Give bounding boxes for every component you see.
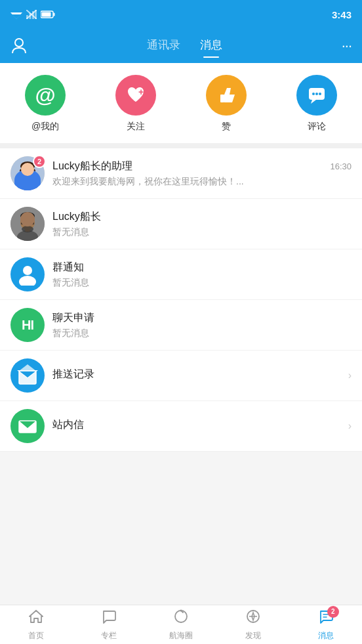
battery-icon bbox=[41, 11, 55, 18]
user-avatar-icon bbox=[10, 36, 28, 53]
svg-point-36 bbox=[19, 276, 36, 286]
svg-point-34 bbox=[22, 226, 33, 232]
user-icon[interactable] bbox=[10, 36, 28, 56]
follow-icon-circle: + bbox=[115, 75, 156, 116]
message-name-chat-request: 聊天申请 bbox=[52, 311, 94, 325]
at-me-label: @我的 bbox=[31, 121, 59, 133]
avatar-wrap-push-records bbox=[10, 358, 45, 393]
svg-text:+: + bbox=[138, 87, 144, 97]
nav-label-home: 首页 bbox=[28, 630, 44, 641]
svg-rect-22 bbox=[25, 176, 30, 181]
svg-marker-16 bbox=[311, 100, 316, 104]
avatar-chat-request: HI bbox=[10, 308, 45, 342]
quick-action-follow[interactable]: + 关注 bbox=[115, 75, 156, 133]
message-header-push-records: 推送记录 bbox=[52, 368, 343, 381]
tab-messages[interactable]: 消息 bbox=[200, 37, 222, 55]
svg-point-25 bbox=[20, 167, 35, 174]
avatar-internal-mail bbox=[10, 409, 45, 443]
message-header-lucky-captain: Lucky船长 bbox=[52, 210, 352, 224]
quick-action-like[interactable]: 赞 bbox=[206, 75, 247, 133]
heart-plus-icon: + bbox=[125, 86, 146, 104]
nav-item-discover[interactable]: 发现 bbox=[217, 605, 289, 644]
message-name-lucky-captain: Lucky船长 bbox=[52, 210, 101, 224]
nav-label-discover: 发现 bbox=[245, 630, 261, 641]
svg-point-47 bbox=[180, 609, 182, 611]
message-content-lucky-assistant: Lucky船长的助理 16:30 欢迎来到我要航海网，祝你在这里玩得愉快！... bbox=[52, 160, 352, 188]
avatar-wrap-chat-request: HI bbox=[10, 308, 45, 342]
header: 通讯录 消息 ··· bbox=[0, 29, 362, 63]
message-item-lucky-captain[interactable]: Lucky船长 暂无消息 bbox=[0, 199, 362, 249]
compass-svg-icon bbox=[245, 609, 261, 624]
nav-item-messages[interactable]: 2 消息 bbox=[290, 605, 362, 644]
comment-bubble-icon bbox=[306, 84, 328, 106]
svg-rect-14 bbox=[220, 95, 224, 102]
quick-action-at-me[interactable]: @ @我的 bbox=[25, 75, 66, 133]
message-preview-lucky-assistant: 欢迎来到我要航海网，祝你在这里玩得愉快！... bbox=[52, 176, 352, 188]
nav-label-nav-circle: 航海圈 bbox=[169, 630, 193, 641]
svg-point-30 bbox=[20, 212, 35, 220]
nav-item-nav-circle[interactable]: 航海圈 bbox=[145, 605, 217, 644]
message-preview-chat-request: 暂无消息 bbox=[52, 328, 352, 339]
message-item-internal-mail[interactable]: 站内信 › bbox=[0, 401, 362, 452]
message-name-push-records: 推送记录 bbox=[52, 368, 94, 381]
avatar-wrap-lucky-assistant: 2 bbox=[10, 156, 45, 190]
message-content-lucky-captain: Lucky船长 暂无消息 bbox=[52, 210, 352, 238]
push-records-chevron: › bbox=[348, 370, 352, 381]
avatar-image-captain bbox=[10, 207, 45, 241]
svg-point-21 bbox=[17, 177, 38, 190]
svg-point-19 bbox=[319, 93, 321, 95]
svg-rect-10 bbox=[54, 13, 55, 16]
svg-point-35 bbox=[23, 266, 32, 275]
tab-contacts[interactable]: 通讯录 bbox=[147, 37, 180, 55]
message-item-lucky-assistant[interactable]: 2 Lucky船长的助理 16:30 欢迎来到我要航海网，祝你在这里玩得愉快！.… bbox=[0, 148, 362, 199]
message-content-internal-mail: 站内信 bbox=[52, 418, 343, 435]
discover-icon bbox=[245, 609, 261, 628]
svg-point-46 bbox=[175, 611, 187, 622]
more-options-button[interactable]: ··· bbox=[342, 37, 352, 54]
wifi-icon bbox=[10, 10, 22, 19]
avatar-push-records bbox=[10, 358, 45, 393]
message-item-group-notice[interactable]: 群通知 暂无消息 bbox=[0, 249, 362, 300]
message-header-lucky-assistant: Lucky船长的助理 16:30 bbox=[52, 160, 352, 173]
home-svg-icon bbox=[28, 609, 44, 624]
quick-action-comment[interactable]: 评论 bbox=[296, 75, 337, 133]
message-preview-group-notice: 暂无消息 bbox=[52, 277, 352, 289]
message-content-chat-request: 聊天申请 暂无消息 bbox=[52, 311, 352, 339]
svg-point-12 bbox=[15, 39, 23, 47]
svg-point-18 bbox=[315, 93, 318, 95]
message-name-lucky-assistant: Lucky船长的助理 bbox=[52, 160, 132, 173]
message-time-lucky-assistant: 16:30 bbox=[330, 161, 352, 171]
message-item-push-records[interactable]: 推送记录 › bbox=[0, 351, 362, 401]
nav-item-home[interactable]: 首页 bbox=[0, 605, 72, 644]
message-name-group-notice: 群通知 bbox=[52, 261, 84, 274]
messages-nav-badge: 2 bbox=[327, 606, 339, 618]
nav-tabs: 通讯录 消息 bbox=[28, 37, 342, 55]
at-me-icon-circle: @ bbox=[25, 75, 66, 116]
message-content-group-notice: 群通知 暂无消息 bbox=[52, 261, 352, 289]
message-header-chat-request: 聊天申请 bbox=[52, 311, 352, 325]
quick-actions: @ @我的 + 关注 赞 bbox=[0, 63, 362, 148]
group-notice-icon bbox=[16, 263, 39, 286]
avatar-wrap-lucky-captain bbox=[10, 207, 45, 241]
chat-svg-icon bbox=[101, 609, 117, 624]
svg-marker-2 bbox=[14, 16, 19, 19]
comment-icon-circle bbox=[296, 75, 337, 116]
bottom-nav: 首页 专栏 航海圈 发现 bbox=[0, 605, 362, 644]
nav-label-column: 专栏 bbox=[101, 630, 117, 641]
message-name-internal-mail: 站内信 bbox=[52, 418, 84, 432]
svg-rect-33 bbox=[26, 222, 29, 223]
message-list: 2 Lucky船长的助理 16:30 欢迎来到我要航海网，祝你在这里玩得愉快！.… bbox=[0, 148, 362, 452]
svg-rect-32 bbox=[29, 221, 34, 225]
column-icon bbox=[101, 609, 117, 628]
nav-item-column[interactable]: 专栏 bbox=[72, 605, 144, 644]
message-item-chat-request[interactable]: HI 聊天申请 暂无消息 bbox=[0, 300, 362, 351]
avatar-lucky-captain bbox=[10, 207, 45, 241]
like-label: 赞 bbox=[222, 121, 231, 133]
message-header-internal-mail: 站内信 bbox=[52, 418, 343, 432]
messages-nav-icon: 2 bbox=[318, 609, 334, 628]
thumbs-up-icon bbox=[215, 84, 237, 106]
message-preview-lucky-captain: 暂无消息 bbox=[52, 226, 352, 238]
refresh-svg-icon bbox=[173, 609, 189, 624]
avatar-wrap-group-notice bbox=[10, 257, 45, 291]
svg-point-17 bbox=[312, 93, 315, 95]
